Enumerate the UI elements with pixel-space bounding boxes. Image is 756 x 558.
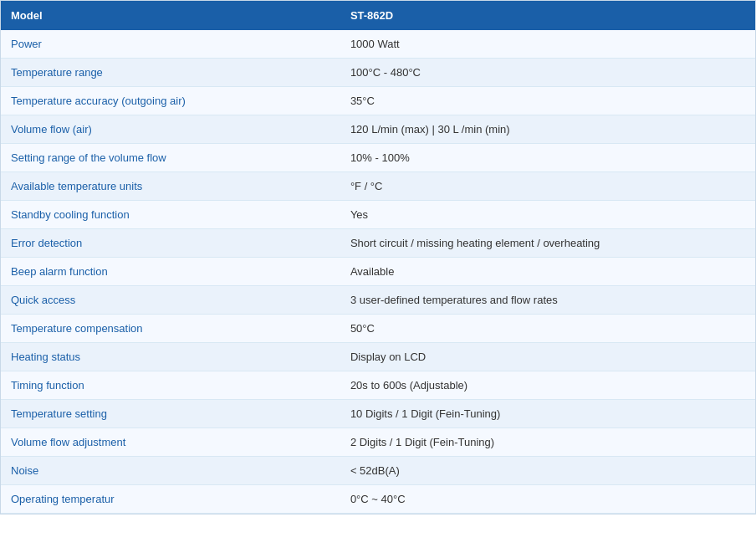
row-value: 35°C [340, 87, 755, 115]
table-row: Volume flow (air)120 L/min (max) | 30 L … [1, 115, 755, 144]
table-row: Available temperature units°F / °C [1, 172, 755, 201]
row-label: Timing function [1, 371, 340, 400]
row-value: Available [340, 258, 755, 286]
row-label: Noise [1, 457, 340, 485]
row-value: 10 Digits / 1 Digit (Fein-Tuning) [340, 400, 755, 428]
row-value: 1000 Watt [340, 30, 755, 59]
row-value: Display on LCD [340, 343, 755, 371]
row-value: 20s to 600s (Adjustable) [340, 371, 755, 400]
table-row: Standby cooling functionYes [1, 201, 755, 229]
table-row: Quick access3 user-defined temperatures … [1, 286, 755, 315]
row-label: Error detection [1, 229, 340, 258]
table-row: Temperature range100°C - 480°C [1, 59, 755, 87]
row-value: Yes [340, 201, 755, 229]
spec-table-container: Model ST-862D Power1000 WattTemperature … [0, 0, 756, 514]
row-label: Temperature setting [1, 400, 340, 428]
table-header-row: Model ST-862D [1, 1, 755, 30]
row-label: Volume flow adjustment [1, 428, 340, 457]
table-row: Volume flow adjustment2 Digits / 1 Digit… [1, 428, 755, 457]
row-label: Beep alarm function [1, 258, 340, 286]
row-value: 2 Digits / 1 Digit (Fein-Tuning) [340, 428, 755, 457]
row-label: Heating status [1, 343, 340, 371]
row-value: 120 L/min (max) | 30 L /min (min) [340, 115, 755, 144]
table-row: Temperature accuracy (outgoing air)35°C [1, 87, 755, 115]
table-row: Power1000 Watt [1, 30, 755, 59]
table-row: Temperature compensation50°C [1, 315, 755, 343]
row-value: 10% - 100% [340, 144, 755, 172]
row-label: Power [1, 30, 340, 59]
table-row: Timing function20s to 600s (Adjustable) [1, 371, 755, 400]
table-row: Operating temperatur0°C ~ 40°C [1, 485, 755, 514]
row-value: 50°C [340, 315, 755, 343]
row-value: °F / °C [340, 172, 755, 201]
row-label: Operating temperatur [1, 485, 340, 514]
row-value: < 52dB(A) [340, 457, 755, 485]
header-col-model-value: ST-862D [340, 1, 755, 30]
table-row: Error detectionShort circuit / missing h… [1, 229, 755, 258]
table-row: Noise< 52dB(A) [1, 457, 755, 485]
row-label: Standby cooling function [1, 201, 340, 229]
row-label: Temperature range [1, 59, 340, 87]
row-value: 0°C ~ 40°C [340, 485, 755, 514]
header-col-model: Model [1, 1, 340, 30]
table-row: Heating statusDisplay on LCD [1, 343, 755, 371]
row-label: Setting range of the volume flow [1, 144, 340, 172]
row-label: Quick access [1, 286, 340, 315]
table-row: Temperature setting10 Digits / 1 Digit (… [1, 400, 755, 428]
row-label: Volume flow (air) [1, 115, 340, 144]
table-row: Setting range of the volume flow10% - 10… [1, 144, 755, 172]
table-row: Beep alarm functionAvailable [1, 258, 755, 286]
row-value: 3 user-defined temperatures and flow rat… [340, 286, 755, 315]
spec-table: Model ST-862D Power1000 WattTemperature … [1, 1, 755, 514]
row-value: 100°C - 480°C [340, 59, 755, 87]
row-label: Temperature compensation [1, 315, 340, 343]
row-label: Available temperature units [1, 172, 340, 201]
row-value: Short circuit / missing heating element … [340, 229, 755, 258]
row-label: Temperature accuracy (outgoing air) [1, 87, 340, 115]
